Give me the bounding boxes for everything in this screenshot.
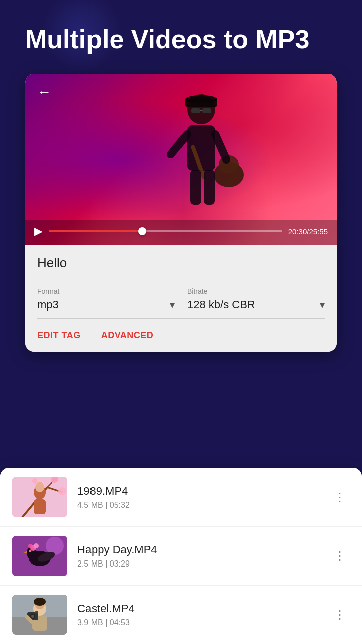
svg-point-44 <box>31 615 34 618</box>
file-name-happyday: Happy Day.MP4 <box>77 543 330 556</box>
thumbnail-castel <box>12 595 67 635</box>
play-button[interactable]: ▶ <box>34 225 43 238</box>
advanced-button[interactable]: ADVANCED <box>101 330 154 341</box>
bitrate-group: Bitrate 128 kb/s CBR ▾ <box>187 287 325 311</box>
svg-line-10 <box>171 134 187 154</box>
info-section: Hello Format mp3 ▾ Bitrate 128 kb/s CBR … <box>25 245 337 352</box>
format-dropdown-icon: ▾ <box>170 299 175 311</box>
svg-rect-24 <box>34 499 46 514</box>
bitrate-label: Bitrate <box>187 287 325 295</box>
svg-point-34 <box>34 543 39 548</box>
file-item-castel: Castel.MP4 3.9 MB | 04:53 ⋮ <box>0 586 362 644</box>
player-controls: ▶ 20:30/25:55 <box>25 220 337 245</box>
file-name-1989: 1989.MP4 <box>77 485 330 498</box>
svg-point-23 <box>35 482 44 492</box>
bitrate-dropdown-icon: ▾ <box>320 299 325 311</box>
format-select[interactable]: mp3 ▾ <box>37 298 175 311</box>
action-row: EDIT TAG ADVANCED <box>37 319 325 352</box>
thumbnail-happyday <box>12 536 67 576</box>
file-meta-happyday: 2.5 MB | 03:29 <box>77 559 330 569</box>
file-menu-1989[interactable]: ⋮ <box>330 486 350 508</box>
bitrate-select[interactable]: 128 kb/s CBR ▾ <box>187 298 325 311</box>
svg-rect-12 <box>190 170 201 205</box>
thumb-2-bg <box>12 536 67 576</box>
svg-point-31 <box>29 550 32 552</box>
format-label: Format <box>37 287 175 295</box>
file-menu-castel[interactable]: ⋮ <box>330 604 350 626</box>
file-info-happyday: Happy Day.MP4 2.5 MB | 03:29 <box>77 543 330 569</box>
thumb-1-bg <box>12 477 67 517</box>
bitrate-value: 128 kb/s CBR <box>187 298 255 311</box>
thumb-3-bg <box>12 595 67 635</box>
svg-point-35 <box>28 544 32 548</box>
file-item-happyday: Happy Day.MP4 2.5 MB | 03:29 ⋮ <box>0 527 362 586</box>
file-name-display: Hello <box>37 255 325 278</box>
file-item-1989: 1989.MP4 4.5 MB | 05:32 ⋮ <box>0 468 362 527</box>
svg-point-40 <box>34 598 46 606</box>
file-meta-1989: 4.5 MB | 05:32 <box>77 501 330 510</box>
file-menu-happyday[interactable]: ⋮ <box>330 545 350 567</box>
format-value: mp3 <box>37 298 59 311</box>
progress-fill <box>49 230 142 232</box>
svg-rect-2 <box>185 99 217 107</box>
progress-thumb[interactable] <box>138 227 146 235</box>
header: Multiple Videos to MP3 <box>0 0 362 69</box>
file-meta-castel: 3.9 MB | 04:53 <box>77 618 330 627</box>
back-button[interactable]: ← <box>37 84 51 100</box>
time-display: 20:30/25:55 <box>288 227 328 236</box>
svg-line-11 <box>215 134 226 159</box>
svg-rect-3 <box>191 108 200 113</box>
svg-rect-13 <box>204 170 215 205</box>
video-player: ← ▶ 20:30/25:55 <box>25 74 337 245</box>
progress-bar[interactable] <box>49 230 282 232</box>
svg-point-18 <box>58 487 66 495</box>
file-name-castel: Castel.MP4 <box>77 602 330 615</box>
svg-point-26 <box>46 537 64 555</box>
format-row: Format mp3 ▾ Bitrate 128 kb/s CBR ▾ <box>37 278 325 319</box>
page-title: Multiple Videos to MP3 <box>25 25 337 54</box>
main-card: ← ▶ 20:30/25:55 Hello Format mp3 ▾ Bitra… <box>25 74 337 352</box>
svg-rect-45 <box>35 611 38 613</box>
file-list-section: 1989.MP4 4.5 MB | 05:32 ⋮ <box>0 468 362 644</box>
musician-figure <box>151 94 251 215</box>
format-group: Format mp3 ▾ <box>37 287 175 311</box>
svg-rect-4 <box>202 108 211 113</box>
edit-tag-button[interactable]: EDIT TAG <box>37 330 81 341</box>
file-info-1989: 1989.MP4 4.5 MB | 05:32 <box>77 485 330 510</box>
thumbnail-1989 <box>12 477 67 517</box>
file-info-castel: Castel.MP4 3.9 MB | 04:53 <box>77 602 330 627</box>
svg-point-21 <box>32 478 37 484</box>
